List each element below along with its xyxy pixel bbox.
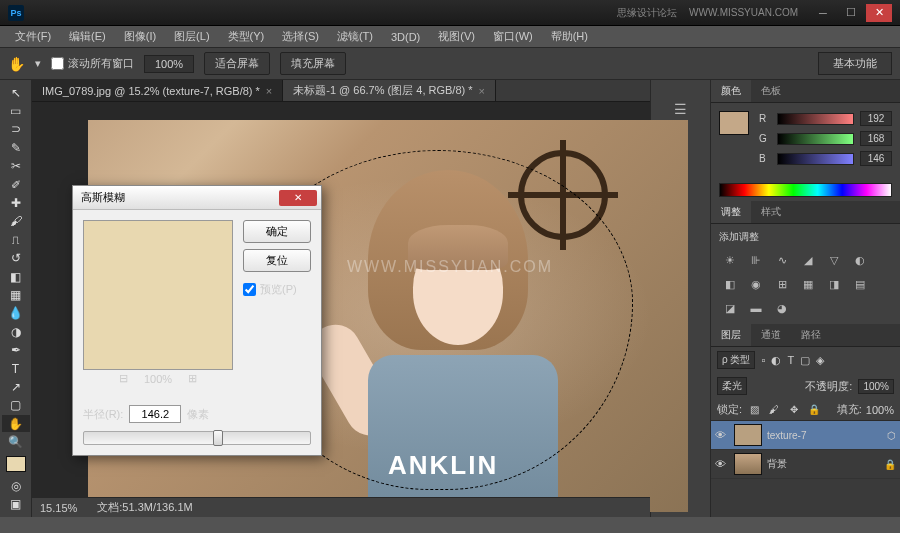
- curves-icon[interactable]: ∿: [771, 250, 793, 270]
- filter-smart-icon[interactable]: ◈: [816, 354, 824, 367]
- levels-icon[interactable]: ⊪: [745, 250, 767, 270]
- status-zoom[interactable]: 15.15%: [40, 502, 77, 514]
- preview-checkbox[interactable]: 预览(P): [243, 282, 311, 297]
- brush-tool[interactable]: 🖌: [2, 213, 30, 230]
- pen-tool[interactable]: ✒: [2, 341, 30, 358]
- menu-window[interactable]: 窗口(W): [484, 26, 542, 47]
- g-value[interactable]: 168: [860, 131, 892, 146]
- blend-mode[interactable]: 柔光: [717, 377, 747, 395]
- close-button[interactable]: ✕: [866, 4, 892, 22]
- document-tab[interactable]: 未标题-1 @ 66.7% (图层 4, RGB/8) *×: [283, 80, 496, 101]
- filter-image-icon[interactable]: ▫: [761, 354, 765, 366]
- shape-tool[interactable]: ▢: [2, 397, 30, 414]
- menu-filter[interactable]: 滤镜(T): [328, 26, 382, 47]
- crop-tool[interactable]: ✂: [2, 158, 30, 175]
- gradient-tool[interactable]: ▦: [2, 286, 30, 303]
- bw-icon[interactable]: ◧: [719, 274, 741, 294]
- layer-name[interactable]: texture-7: [767, 430, 882, 441]
- b-slider[interactable]: [777, 153, 854, 165]
- color-preview[interactable]: [719, 111, 749, 135]
- slider-thumb[interactable]: [213, 430, 223, 446]
- layer-name[interactable]: 背景: [767, 457, 879, 471]
- fit-screen-button[interactable]: 适合屏幕: [204, 52, 270, 75]
- layers-tab[interactable]: 图层: [711, 324, 751, 346]
- close-tab-icon[interactable]: ×: [479, 85, 485, 97]
- menu-3d[interactable]: 3D(D): [382, 28, 429, 46]
- hand-tool[interactable]: ✋: [2, 415, 30, 432]
- zoom-out-icon[interactable]: ⊟: [119, 372, 128, 385]
- scroll-all-checkbox[interactable]: 滚动所有窗口: [51, 56, 134, 71]
- menu-layer[interactable]: 图层(L): [165, 26, 218, 47]
- zoom-field[interactable]: 100%: [144, 55, 194, 73]
- swatches-tab[interactable]: 色板: [751, 80, 791, 102]
- menu-select[interactable]: 选择(S): [273, 26, 328, 47]
- move-tool[interactable]: ↖: [2, 84, 30, 101]
- menu-image[interactable]: 图像(I): [115, 26, 165, 47]
- hue-icon[interactable]: ◐: [849, 250, 871, 270]
- visibility-icon[interactable]: 👁: [715, 458, 729, 470]
- radius-input[interactable]: [129, 405, 181, 423]
- quickmask-toggle[interactable]: ◎: [2, 477, 30, 494]
- menu-view[interactable]: 视图(V): [429, 26, 484, 47]
- gradient-map-icon[interactable]: ▬: [745, 298, 767, 318]
- zoom-in-icon[interactable]: ⊞: [188, 372, 197, 385]
- styles-tab[interactable]: 样式: [751, 201, 791, 223]
- path-select-tool[interactable]: ↗: [2, 378, 30, 395]
- menu-type[interactable]: 类型(Y): [219, 26, 274, 47]
- reset-button[interactable]: 复位: [243, 249, 311, 272]
- brightness-icon[interactable]: ☀: [719, 250, 741, 270]
- r-value[interactable]: 192: [860, 111, 892, 126]
- dialog-close-button[interactable]: ✕: [279, 190, 317, 206]
- marquee-tool[interactable]: ▭: [2, 102, 30, 119]
- minimize-button[interactable]: ─: [810, 4, 836, 22]
- dropdown-icon[interactable]: ▾: [35, 57, 41, 70]
- exposure-icon[interactable]: ◢: [797, 250, 819, 270]
- menu-edit[interactable]: 编辑(E): [60, 26, 115, 47]
- visibility-icon[interactable]: 👁: [715, 429, 729, 441]
- link-icon[interactable]: ⬡: [887, 430, 896, 441]
- type-tool[interactable]: T: [2, 360, 30, 377]
- heal-tool[interactable]: ✚: [2, 194, 30, 211]
- maximize-button[interactable]: ☐: [838, 4, 864, 22]
- lock-transparency-icon[interactable]: ▨: [746, 403, 762, 417]
- vibrance-icon[interactable]: ▽: [823, 250, 845, 270]
- close-tab-icon[interactable]: ×: [266, 85, 272, 97]
- stamp-tool[interactable]: ⎍: [2, 231, 30, 248]
- threshold-icon[interactable]: ◪: [719, 298, 741, 318]
- adjustments-tab[interactable]: 调整: [711, 201, 751, 223]
- fill-value[interactable]: 100%: [866, 404, 894, 416]
- r-slider[interactable]: [777, 113, 854, 125]
- channels-tab[interactable]: 通道: [751, 324, 791, 346]
- workspace-switcher[interactable]: 基本功能: [818, 52, 892, 75]
- eyedropper-tool[interactable]: ✐: [2, 176, 30, 193]
- layer-row[interactable]: 👁 背景 🔒: [711, 450, 900, 479]
- filter-adj-icon[interactable]: ◐: [771, 354, 781, 367]
- eraser-tool[interactable]: ◧: [2, 268, 30, 285]
- spectrum-bar[interactable]: [719, 183, 892, 197]
- radius-slider[interactable]: [83, 431, 311, 445]
- document-tab[interactable]: IMG_0789.jpg @ 15.2% (texture-7, RGB/8) …: [32, 80, 283, 101]
- filter-type-icon[interactable]: T: [787, 354, 794, 366]
- menu-help[interactable]: 帮助(H): [542, 26, 597, 47]
- lock-all-icon[interactable]: 🔒: [806, 403, 822, 417]
- selective-color-icon[interactable]: ◕: [771, 298, 793, 318]
- ok-button[interactable]: 确定: [243, 220, 311, 243]
- lookup-icon[interactable]: ▦: [797, 274, 819, 294]
- foreground-color[interactable]: [6, 456, 26, 472]
- lasso-tool[interactable]: ⊃: [2, 121, 30, 138]
- channel-mixer-icon[interactable]: ⊞: [771, 274, 793, 294]
- lock-pixels-icon[interactable]: 🖌: [766, 403, 782, 417]
- filter-shape-icon[interactable]: ▢: [800, 354, 810, 367]
- posterize-icon[interactable]: ▤: [849, 274, 871, 294]
- lock-position-icon[interactable]: ✥: [786, 403, 802, 417]
- history-brush-tool[interactable]: ↺: [2, 250, 30, 267]
- dodge-tool[interactable]: ◑: [2, 323, 30, 340]
- b-value[interactable]: 146: [860, 151, 892, 166]
- g-slider[interactable]: [777, 133, 854, 145]
- layer-filter[interactable]: ρ 类型: [717, 351, 755, 369]
- layer-row[interactable]: 👁 texture-7 ⬡: [711, 421, 900, 450]
- paths-tab[interactable]: 路径: [791, 324, 831, 346]
- photo-filter-icon[interactable]: ◉: [745, 274, 767, 294]
- color-tab[interactable]: 颜色: [711, 80, 751, 102]
- quick-select-tool[interactable]: ✎: [2, 139, 30, 156]
